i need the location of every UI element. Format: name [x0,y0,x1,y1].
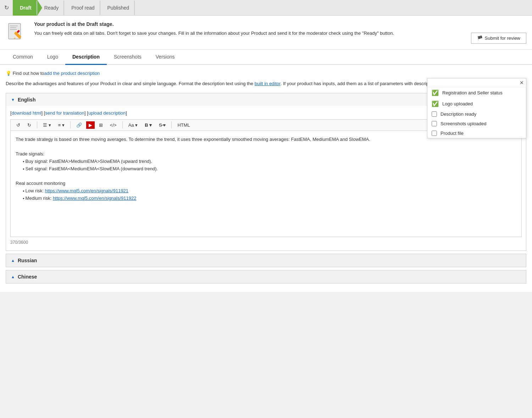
list-button[interactable]: ☰ ▾ [40,121,54,129]
toolbar-sep-2 [70,121,71,128]
tab-versions[interactable]: Versions [149,50,182,65]
collapse-icon-chinese: ▲ [11,275,15,279]
tab-description[interactable]: Description [65,50,107,65]
tab-logo[interactable]: Logo [40,50,65,65]
medium-risk-link[interactable]: https://www.mql5.com/en/signals/911922 [53,196,137,201]
built-in-editor-link[interactable]: built in editor [255,81,281,86]
undo-button[interactable]: ↺ [13,121,23,129]
checklist-item-screens[interactable]: Screenshots uploaded [427,119,526,128]
submit-for-review-button[interactable]: 🏴 Submit for review [471,33,526,44]
download-html-link[interactable]: download html [12,110,41,116]
word-count-english: 370/3600 [10,238,522,246]
svg-rect-3 [10,29,17,30]
lang-section-header-chinese[interactable]: ▲ Chinese [6,270,526,283]
checklist-checkbox-desc[interactable] [432,111,437,117]
checklist-item-reg: ✅ Registration and Seller status [427,87,526,98]
info-banner: Your product is at the Draft stage. You … [0,16,532,50]
code-button[interactable]: </> [107,121,120,129]
lang-label-russian: Russian [18,258,37,263]
checklist-item-logo: ✅ Logo uploaded [427,98,526,109]
send-for-translation-link[interactable]: send for translation [45,110,84,116]
banner-icon [6,21,28,44]
collapse-icon-english: ▼ [11,98,15,102]
checklist-item-desc[interactable]: Description ready [427,109,526,119]
low-risk-link[interactable]: https://www.mql5.com/en/signals/911921 [45,188,129,193]
table-button[interactable]: ⊞ [96,121,106,129]
banner-text: Your product is at the Draft stage. You … [34,21,394,37]
checklist-header: ✕ [427,78,526,87]
html-button[interactable]: HTML [174,121,193,129]
refresh-button[interactable]: ↻ [0,0,13,16]
checklist-panel: ✕ ✅ Registration and Seller status ✅ Log… [427,78,526,138]
bold-button[interactable]: B ▾ [142,121,155,129]
check-icon-logo: ✅ [432,100,439,107]
check-icon-reg: ✅ [432,89,439,96]
toolbar-sep-4 [171,121,172,128]
font-button[interactable]: Aa ▾ [126,121,141,129]
checklist-label-file: Product file [440,131,464,136]
svg-rect-2 [10,27,16,28]
lang-label-chinese: Chinese [18,274,37,280]
checklist-label-reg: Registration and Seller status [442,90,503,95]
tabs-bar: Common Logo Description Screenshots Vers… [0,50,532,65]
flag-icon: 🏴 [477,35,483,41]
checklist-label-screens: Screenshots uploaded [440,121,486,126]
checklist-checkbox-screens[interactable] [432,121,437,126]
align-button[interactable]: ≡ ▾ [55,121,67,129]
editor-area-english[interactable]: The trade strategy is based on three mov… [10,131,522,237]
redo-button[interactable]: ↻ [24,121,34,129]
breadcrumb-bar: ↻ Draft Ready Proof read Published [0,0,532,16]
link-button[interactable]: 🔗 [73,121,85,129]
tip-link[interactable]: add the product description [44,71,100,76]
breadcrumb-step-proofread[interactable]: Proof read [64,0,100,16]
banner-body: You can freely edit data on all tabs. Do… [34,30,394,37]
checklist-checkbox-file[interactable] [432,131,437,136]
lang-section-header-russian[interactable]: ▲ Russian [6,254,526,267]
lang-section-russian: ▲ Russian [6,254,526,267]
lang-section-chinese: ▲ Chinese [6,270,526,284]
tip-row: 💡 Find out how to add the product descri… [6,71,526,76]
tab-common[interactable]: Common [6,50,40,65]
checklist-item-file[interactable]: Product file [427,128,526,138]
breadcrumb-step-draft[interactable]: Draft [13,0,37,16]
checklist-label-desc: Description ready [440,111,476,117]
upload-description-link[interactable]: upload description [88,110,126,116]
checklist-close-button[interactable]: ✕ [520,80,524,86]
collapse-icon-russian: ▲ [11,258,15,263]
tip-prefix: Find out how to [13,71,44,76]
svg-rect-1 [10,26,18,26]
tip-icon: 💡 [6,71,11,76]
tab-screenshots[interactable]: Screenshots [107,50,149,65]
toolbar-sep-1 [37,121,37,128]
checklist-label-logo: Logo uploaded [442,101,473,106]
strikethrough-button[interactable]: S ▾ [156,121,168,129]
toolbar-sep-3 [122,121,123,128]
video-button[interactable]: ▶ [86,121,95,129]
breadcrumb-step-published[interactable]: Published [100,0,135,16]
lang-label-english: English [18,97,36,103]
banner-title: Your product is at the Draft stage. [34,21,394,27]
